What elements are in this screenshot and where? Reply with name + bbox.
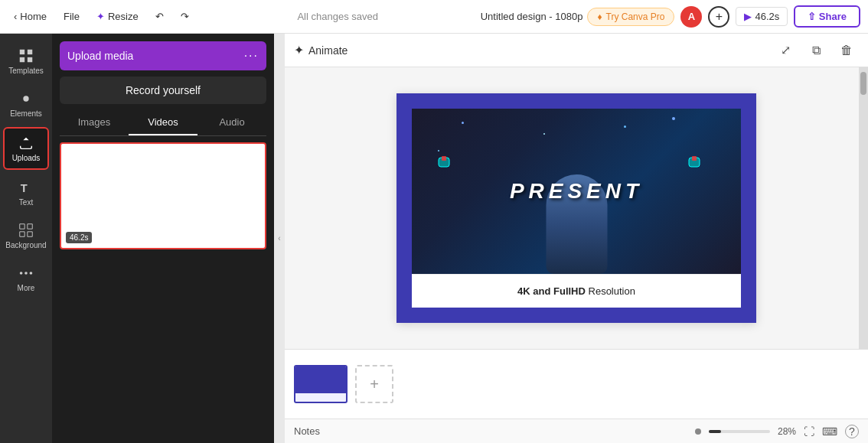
share-icon: ⇧ — [808, 11, 816, 22]
sidebar-item-more[interactable]: More — [3, 259, 49, 298]
add-collaborator-button[interactable]: + — [708, 6, 729, 28]
document-title: Untitled design - 1080p — [481, 11, 583, 22]
try-canva-button[interactable]: ♦ Try Canva Pro — [587, 8, 674, 26]
sidebar-item-background[interactable]: Background — [3, 216, 49, 256]
duplicate-button[interactable]: ⧉ — [804, 38, 828, 63]
upload-panel: Upload media ··· Record yourself Images … — [52, 34, 274, 443]
tab-videos-label: Videos — [148, 116, 178, 128]
svg-point-7 — [24, 272, 28, 275]
svg-rect-10 — [442, 156, 446, 161]
upload-media-button[interactable]: Upload media ··· — [60, 41, 266, 70]
slide-background: PRESENT — [412, 109, 741, 274]
share-button[interactable]: ⇧ Share — [794, 5, 860, 28]
chevron-left-icon: ‹ — [278, 234, 280, 243]
canvas-slide[interactable]: PRESENT 4K and FullHD Resolution — [396, 93, 756, 323]
bottom-panel: 1 + Notes 28% ⛶ ⌨ ? — [285, 349, 868, 443]
svg-point-4 — [23, 96, 28, 101]
notes-label: Notes — [294, 425, 320, 437]
svg-text:T: T — [21, 182, 28, 194]
svg-rect-3 — [28, 57, 32, 62]
keyboard-icon[interactable]: ⌨ — [822, 425, 837, 438]
media-duration-badge: 46.2s — [66, 232, 92, 243]
slide-thumbnail-1[interactable]: 1 — [294, 365, 348, 403]
notes-bar: Notes 28% ⛶ ⌨ ? — [285, 419, 868, 443]
media-grid: 46.2s — [60, 142, 266, 249]
tab-audio[interactable]: Audio — [197, 110, 266, 135]
undo-button[interactable]: ↶ — [149, 8, 170, 25]
upload-icon — [18, 135, 34, 151]
sidebar-item-templates[interactable]: Templates — [3, 41, 49, 81]
zoom-level: 28% — [778, 426, 796, 437]
scroll-thumb — [860, 72, 866, 95]
svg-rect-12 — [692, 156, 697, 161]
zoom-slider-fill — [709, 430, 721, 433]
main-area: Templates Elements Uploads T Text Backgr… — [0, 34, 868, 443]
home-button[interactable]: ‹ Home — [8, 8, 53, 25]
fullscreen-icon[interactable]: ⛶ — [804, 425, 814, 438]
expand-icon-button[interactable]: ⤢ — [773, 38, 798, 63]
text-icon: T — [18, 179, 34, 196]
timer-button[interactable]: ▶ 46.2s — [736, 7, 788, 26]
top-navigation: ‹ Home File ✦ Resize ↶ ↷ All changes sav… — [0, 0, 868, 34]
save-status: All changes saved — [200, 11, 476, 22]
slide-border: PRESENT 4K and FullHD Resolution — [396, 93, 756, 323]
tab-images[interactable]: Images — [60, 110, 129, 135]
slide-caption-area: 4K and FullHD Resolution — [412, 274, 741, 308]
play-icon: ▶ — [744, 11, 752, 22]
background-icon — [18, 222, 34, 239]
share-label: Share — [819, 11, 847, 22]
file-label: File — [64, 11, 80, 22]
upload-media-label: Upload media — [67, 50, 133, 62]
chevron-left-icon: ‹ — [14, 11, 17, 22]
delete-button[interactable]: 🗑 — [834, 38, 859, 63]
canvas-scroll-area[interactable]: PRESENT 4K and FullHD Resolution — [285, 67, 868, 349]
present-text: PRESENT — [510, 179, 643, 204]
svg-point-8 — [30, 272, 33, 275]
nav-right-actions: ♦ Try Canva Pro A + ▶ 46.2s ⇧ Share — [587, 5, 860, 28]
record-yourself-button[interactable]: Record yourself — [60, 77, 266, 104]
vertical-scrollbar[interactable] — [859, 67, 868, 349]
slide-image-area: PRESENT — [412, 109, 741, 274]
thumb-preview — [295, 366, 346, 393]
svg-rect-1 — [28, 50, 32, 54]
background-label: Background — [5, 241, 46, 249]
timer-value: 46.2s — [755, 11, 779, 22]
user-avatar[interactable]: A — [680, 6, 702, 28]
caption-bold: 4K and FullHD — [517, 285, 586, 297]
crown-icon: ♦ — [597, 11, 602, 22]
sidebar-icons: Templates Elements Uploads T Text Backgr… — [0, 34, 52, 443]
sidebar-item-elements[interactable]: Elements — [3, 84, 49, 124]
sidebar-item-uploads[interactable]: Uploads — [3, 127, 49, 170]
more-options-icon: ··· — [244, 49, 259, 63]
canvas-toolbar: ✦ Animate ⤢ ⧉ 🗑 — [285, 34, 868, 67]
more-label: More — [18, 284, 35, 292]
file-button[interactable]: File — [57, 8, 86, 25]
undo-icon: ↶ — [155, 11, 164, 22]
help-icon[interactable]: ? — [845, 425, 859, 438]
svg-point-6 — [20, 272, 23, 275]
animate-label: Animate — [308, 44, 348, 57]
panel-collapse-handle[interactable]: ‹ — [274, 34, 285, 443]
resize-button[interactable]: ✦ Resize — [90, 8, 145, 25]
media-tabs: Images Videos Audio — [60, 110, 266, 136]
animate-button[interactable]: ✦ Animate — [294, 43, 348, 57]
tab-audio-label: Audio — [219, 116, 244, 128]
resize-label: Resize — [108, 11, 139, 22]
record-label: Record yourself — [126, 84, 201, 96]
redo-button[interactable]: ↷ — [175, 8, 195, 25]
notes-dot-indicator — [695, 428, 701, 435]
glasses-right-icon — [688, 155, 715, 170]
animate-icon: ✦ — [294, 43, 304, 57]
svg-rect-0 — [20, 50, 24, 54]
elements-icon — [18, 90, 34, 107]
elements-label: Elements — [10, 109, 42, 118]
canvas-toolbar-right: ⤢ ⧉ 🗑 — [773, 38, 859, 63]
media-item-video[interactable]: 46.2s — [60, 142, 266, 249]
tab-videos[interactable]: Videos — [129, 110, 197, 135]
add-slide-button[interactable]: + — [355, 365, 393, 403]
redo-icon: ↷ — [181, 11, 189, 22]
sidebar-item-text[interactable]: T Text — [3, 173, 49, 213]
resize-icon: ✦ — [96, 11, 105, 22]
zoom-slider[interactable] — [709, 430, 770, 433]
templates-label: Templates — [8, 67, 44, 75]
